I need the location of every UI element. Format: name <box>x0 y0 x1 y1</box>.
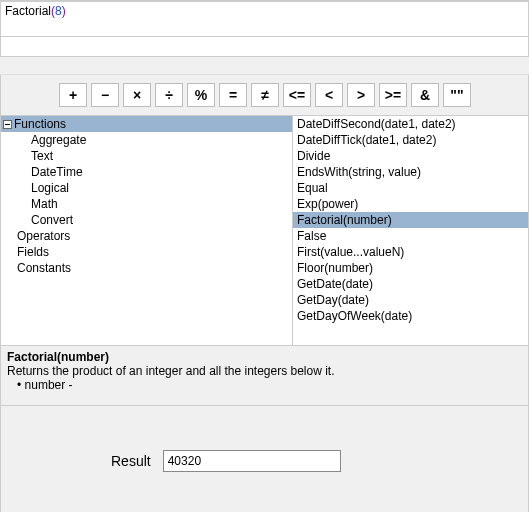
description-panel: Factorial(number) Returns the product of… <box>0 346 529 406</box>
tree-item[interactable]: Text <box>1 148 292 164</box>
operator-button[interactable]: = <box>219 83 247 107</box>
description-param: • number - <box>7 378 522 392</box>
description-body: Returns the product of an integer and al… <box>7 364 522 378</box>
operator-button[interactable]: "" <box>443 83 471 107</box>
function-list-item[interactable]: GetDayOfWeek(date) <box>293 308 528 324</box>
tree-root-label: Functions <box>14 117 66 131</box>
function-list-item[interactable]: Floor(number) <box>293 260 528 276</box>
function-list-item[interactable]: DateDiffTick(date1, date2) <box>293 132 528 148</box>
tree-root-functions[interactable]: Functions <box>1 116 292 132</box>
tree-item[interactable]: Math <box>1 196 292 212</box>
function-list-item[interactable]: Exp(power) <box>293 196 528 212</box>
tree-item[interactable]: Fields <box>1 244 292 260</box>
operator-button[interactable]: <= <box>283 83 311 107</box>
operator-button[interactable]: ≠ <box>251 83 279 107</box>
operator-button[interactable]: & <box>411 83 439 107</box>
function-list-item[interactable]: GetDate(date) <box>293 276 528 292</box>
separator-bar <box>0 57 529 75</box>
category-tree[interactable]: Functions AggregateTextDateTimeLogicalMa… <box>1 116 293 345</box>
operator-button[interactable]: < <box>315 83 343 107</box>
tree-item[interactable]: Constants <box>1 260 292 276</box>
tree-item[interactable]: Aggregate <box>1 132 292 148</box>
function-list-item[interactable]: Divide <box>293 148 528 164</box>
operator-button[interactable]: % <box>187 83 215 107</box>
function-list-item[interactable]: DateDiffSecond(date1, date2) <box>293 116 528 132</box>
tree-item[interactable]: Operators <box>1 228 292 244</box>
tree-item[interactable]: Logical <box>1 180 292 196</box>
operator-button[interactable]: > <box>347 83 375 107</box>
expr-function: Factorial <box>5 4 51 18</box>
expr-argument: 8 <box>55 4 62 18</box>
operator-button[interactable]: >= <box>379 83 407 107</box>
operator-button[interactable]: ÷ <box>155 83 183 107</box>
expression-input[interactable]: Factorial(8) <box>0 1 529 37</box>
tree-item[interactable]: DateTime <box>1 164 292 180</box>
tree-item[interactable]: Convert <box>1 212 292 228</box>
operator-toolbar: +−×÷%=≠<=<>>=&"" <box>0 75 529 116</box>
function-list-item[interactable]: First(value...valueN) <box>293 244 528 260</box>
result-label: Result <box>111 453 151 469</box>
operator-button[interactable]: + <box>59 83 87 107</box>
expr-close-paren: ) <box>62 4 66 18</box>
result-panel: Result <box>0 406 529 512</box>
function-list-item[interactable]: EndsWith(string, value) <box>293 164 528 180</box>
function-list-item[interactable]: GetDay(date) <box>293 292 528 308</box>
function-list[interactable]: DateDiffSecond(date1, date2)DateDiffTick… <box>293 116 528 345</box>
function-list-item[interactable]: Equal <box>293 180 528 196</box>
operator-button[interactable]: − <box>91 83 119 107</box>
operator-button[interactable]: × <box>123 83 151 107</box>
collapse-icon[interactable] <box>3 120 12 129</box>
result-value[interactable] <box>163 450 341 472</box>
function-list-item[interactable]: False <box>293 228 528 244</box>
expression-secondary[interactable] <box>0 37 529 57</box>
description-title: Factorial(number) <box>7 350 522 364</box>
function-list-item[interactable]: Factorial(number) <box>293 212 528 228</box>
